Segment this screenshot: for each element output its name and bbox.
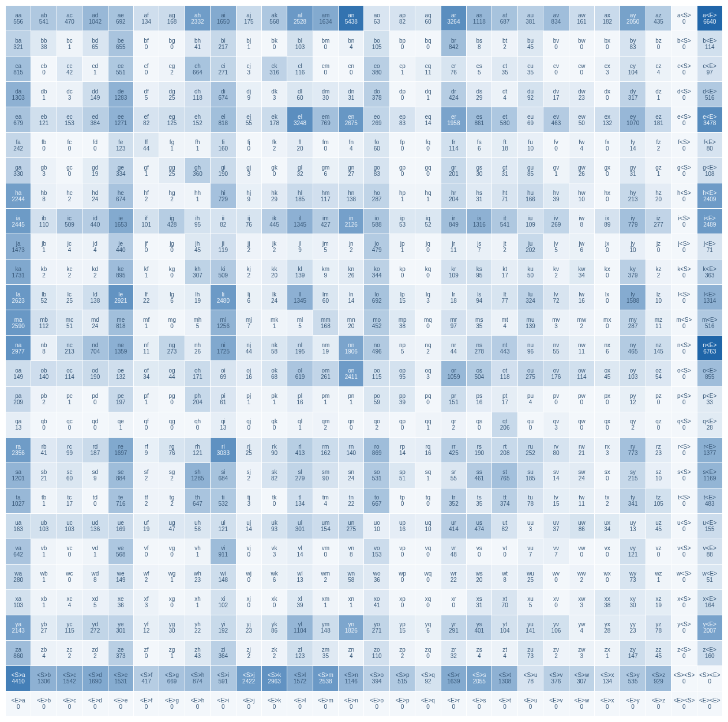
cell-value: 445 [269,221,279,228]
cell-value: 134 [295,501,305,507]
cell-value: 16 [297,399,303,405]
cell-label: bx [604,37,610,44]
cell-value: 28 [707,424,713,431]
heatmap-cell: nc213 [57,336,82,360]
cell-value: 0 [478,551,481,558]
cell-label: vd [92,545,99,551]
heatmap-cell: hs31 [467,183,491,208]
cell-label: cq [425,63,431,69]
heatmap-cell: ps16 [467,387,491,412]
cell-value: 1 [42,95,46,101]
heatmap-cell: og44 [159,361,184,386]
cell-value: 4 [503,653,506,659]
cell-value: 1 [196,145,200,152]
cell-value: 1059 [447,374,460,380]
cell-label: <E>b [37,697,51,704]
heatmap-cell: re1697 [108,438,133,462]
cell-value: 3 [145,602,148,608]
heatmap-cell: qu0 [518,412,543,437]
heatmap-cell: yy23 [620,615,645,640]
heatmap-cell: q<E>28 [697,412,722,437]
cell-label: yz [656,621,662,627]
cell-label: <S>e [114,672,127,678]
cell-value: 175 [244,18,254,25]
cell-value: 121 [628,551,638,558]
heatmap-cell: ux34 [595,514,620,539]
cell-label: qs [476,418,482,424]
cell-value: 149 [91,95,100,101]
heatmap-cell: zz45 [646,641,671,665]
cell-value: 1 [42,247,46,253]
heatmap-cell: cy104 [620,57,645,81]
heatmap-cell: wt8 [492,565,517,589]
heatmap-cell: kd2 [82,260,107,284]
heatmap-cell: tf2 [134,488,159,513]
heatmap-cell: yg30 [159,615,184,640]
heatmap-cell: ug47 [159,514,184,539]
cell-label: rd [92,443,97,450]
cell-value: 551 [116,69,126,76]
cell-label: ks [476,266,482,272]
cell-label: xc [66,596,72,602]
cell-label: km [322,266,329,272]
cell-value: 0 [350,69,353,76]
cell-value: 99 [66,450,73,456]
cell-label: <S>d [88,672,102,678]
heatmap-cell: zs4 [467,641,491,665]
cell-label: te [118,494,123,501]
cell-label: <S>c [63,672,76,678]
cell-value: 134 [602,678,612,685]
heatmap-cell: vq0 [415,539,440,564]
cell-value: 4 [580,145,584,152]
heatmap-cell: xa103 [6,590,31,615]
cell-value: 861 [474,120,484,126]
heatmap-cell: wc0 [57,565,82,589]
cell-value: 2528 [294,18,306,25]
cell-label: bs [476,37,482,44]
cell-label: ix [605,215,609,221]
cell-label: zs [476,646,482,653]
cell-value: 105 [372,44,382,50]
cell-value: 134 [141,18,151,25]
heatmap-cell: no496 [364,336,389,360]
cell-value: 9 [247,196,250,202]
heatmap-cell: lr18 [441,285,466,310]
cell-label: mo [373,317,381,323]
cell-value: 178 [269,120,279,126]
heatmap-cell: xj0 [237,590,261,615]
cell-label: cf [144,63,149,69]
cell-label: o<E> [703,367,716,374]
cell-label: yi [221,621,225,627]
cell-label: qf [144,418,148,424]
cell-label: uo [374,520,380,526]
heatmap-cell: de1283 [108,82,133,107]
cell-label: qy [630,418,636,424]
heatmap-cell: by83 [620,31,645,56]
cell-value: 277 [654,221,663,228]
cell-value: 765 [500,475,510,482]
cell-label: tf [145,494,148,501]
cell-value: 2 [426,348,430,355]
heatmap-cell: cl116 [287,57,312,81]
heatmap-cell: cw0 [569,57,594,81]
heatmap-cell: jd4 [82,234,107,259]
cell-value: 0 [426,551,430,558]
cell-value: 54 [655,374,662,380]
cell-label: xi [221,596,225,602]
heatmap-cell: nh26 [185,336,210,360]
cell-label: fs [477,139,482,145]
heatmap-cell: ll1345 [287,285,312,310]
heatmap-cell: db1 [31,82,56,107]
heatmap-cell: ka1731 [6,260,31,284]
heatmap-cell: me818 [108,310,133,335]
cell-value: 1 [145,272,148,279]
cell-value: 12 [143,627,149,634]
heatmap-cell: mu139 [518,310,543,335]
cell-label: ed [92,114,98,120]
cell-label: px [604,393,610,399]
cell-value: 2 [170,69,174,76]
cell-value: 123 [116,145,126,152]
cell-value: 0 [93,399,97,405]
heatmap-cell: hm117 [313,183,338,208]
heatmap-cell: gu85 [518,158,543,183]
